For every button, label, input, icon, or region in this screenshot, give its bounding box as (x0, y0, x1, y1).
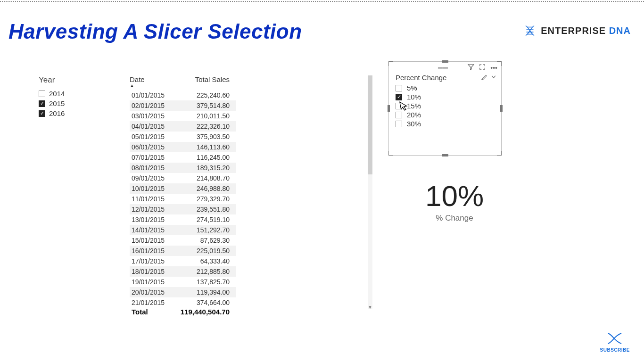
cell-sales: 64,333.40 (177, 257, 233, 265)
sales-table: Date ▲ Total Sales 01/01/2015225,240.600… (130, 75, 236, 317)
col-header-sales[interactable]: Total Sales (177, 75, 233, 83)
checkbox-icon[interactable]: ✓ (396, 94, 402, 100)
percent-change-card: 10% % Change (388, 179, 520, 223)
checkbox-icon[interactable]: ✓ (39, 110, 45, 117)
brand-text-2: DNA (609, 25, 631, 36)
total-value: 119,440,504.70 (177, 308, 233, 316)
more-options-icon[interactable]: ••• (490, 64, 497, 72)
cell-date: 12/01/2015 (132, 206, 177, 213)
cell-sales: 87,629.30 (177, 237, 233, 244)
percent-option[interactable]: ✓10% (396, 92, 495, 101)
table-row[interactable]: 11/01/2015279,329.70 (130, 194, 236, 204)
table-row[interactable]: 04/01/2015222,326.10 (130, 121, 236, 132)
cell-sales: 137,825.70 (177, 278, 233, 286)
subscribe-label: SUBSCRIBE (600, 347, 630, 353)
cell-sales: 189,315.20 (177, 164, 233, 172)
table-row[interactable]: 06/01/2015146,113.60 (130, 142, 236, 152)
checkbox-icon[interactable] (39, 90, 45, 97)
year-option[interactable]: 2014 (39, 89, 105, 99)
cell-date: 01/01/2015 (132, 91, 177, 99)
resize-handle-tl[interactable] (388, 61, 393, 66)
table-row[interactable]: 17/01/201564,333.40 (130, 256, 236, 266)
percent-option[interactable]: 30% (396, 119, 495, 128)
pc-slicer-title: Percent Change (396, 74, 446, 82)
cell-sales: 151,292.70 (177, 226, 233, 234)
cell-sales: 146,113.60 (177, 143, 233, 151)
cell-sales: 116,245.00 (177, 154, 233, 161)
clear-selection-icon[interactable] (481, 74, 487, 82)
percent-option[interactable]: 15% (396, 101, 495, 110)
drag-handle-icon[interactable]: ══ (393, 64, 448, 72)
focus-mode-icon[interactable] (479, 64, 486, 72)
table-row[interactable]: 21/01/2015374,664.00 (130, 297, 236, 306)
cell-date: 16/01/2015 (132, 247, 177, 255)
cell-sales: 119,394.00 (177, 288, 233, 296)
resize-handle-br[interactable] (497, 151, 502, 156)
cell-date: 14/01/2015 (132, 226, 177, 234)
dotted-divider (0, 1, 644, 2)
checkbox-icon[interactable] (396, 103, 402, 109)
sort-asc-icon: ▲ (130, 83, 134, 88)
resize-handle-tr[interactable] (497, 61, 502, 66)
year-option[interactable]: ✓2015 (39, 99, 105, 108)
table-row[interactable]: 20/01/2015119,394.00 (130, 287, 236, 297)
cell-date: 10/01/2015 (132, 185, 177, 192)
table-row[interactable]: 14/01/2015151,292.70 (130, 225, 236, 235)
table-row[interactable]: 12/01/2015239,551.80 (130, 204, 236, 214)
visual-toolbar: ══ ••• (389, 62, 501, 73)
table-row[interactable]: 01/01/2015225,240.60 (130, 90, 236, 100)
table-row[interactable]: 08/01/2015189,315.20 (130, 163, 236, 173)
cell-sales: 374,664.00 (177, 299, 233, 306)
table-row[interactable]: 05/01/2015375,903.50 (130, 132, 236, 142)
percent-label: 5% (407, 84, 417, 92)
year-option[interactable]: ✓2016 (39, 108, 105, 118)
table-row[interactable]: 07/01/2015116,245.00 (130, 152, 236, 163)
brand-text-1: ENTERPRISE (541, 25, 606, 36)
dna-icon (523, 24, 537, 38)
table-row[interactable]: 03/01/2015210,011.50 (130, 111, 236, 121)
table-row[interactable]: 02/01/2015379,514.80 (130, 100, 236, 111)
table-row[interactable]: 15/01/201587,629.30 (130, 235, 236, 246)
card-value: 10% (388, 179, 520, 213)
dna-icon (605, 331, 624, 346)
percent-option[interactable]: 5% (396, 83, 495, 92)
resize-handle-top[interactable] (442, 60, 448, 63)
resize-handle-bottom[interactable] (442, 154, 448, 156)
table-row[interactable]: 19/01/2015137,825.70 (130, 277, 236, 287)
cell-sales: 274,519.10 (177, 216, 233, 223)
table-scrollbar[interactable]: ▲ ▼ (368, 75, 372, 309)
table-body: 01/01/2015225,240.6002/01/2015379,514.80… (130, 90, 236, 306)
percent-label: 10% (407, 93, 421, 101)
table-row[interactable]: 09/01/2015214,808.70 (130, 173, 236, 183)
cell-date: 05/01/2015 (132, 133, 177, 140)
table-row[interactable]: 10/01/2015246,988.80 (130, 183, 236, 194)
resize-handle-right[interactable] (500, 105, 503, 112)
table-row[interactable]: 18/01/2015212,885.80 (130, 266, 236, 277)
checkbox-icon[interactable]: ✓ (39, 100, 45, 107)
checkbox-icon[interactable] (396, 112, 402, 118)
cell-date: 09/01/2015 (132, 174, 177, 182)
percent-change-slicer[interactable]: ══ ••• Percent Change 5%✓10%15%20%30% (388, 61, 502, 156)
subscribe-badge[interactable]: SUBSCRIBE (600, 331, 630, 353)
cell-date: 11/01/2015 (132, 195, 177, 203)
checkbox-icon[interactable] (396, 121, 402, 127)
col-header-date[interactable]: Date ▲ (130, 75, 177, 83)
table-row[interactable]: 16/01/2015225,019.50 (130, 246, 236, 256)
total-label: Total (132, 308, 177, 316)
cell-date: 03/01/2015 (132, 112, 177, 120)
cell-date: 13/01/2015 (132, 216, 177, 223)
year-label: 2014 (49, 90, 65, 98)
filter-icon[interactable] (468, 64, 474, 72)
checkbox-icon[interactable] (396, 85, 402, 91)
scroll-down-icon[interactable]: ▼ (368, 305, 372, 310)
scrollbar-thumb[interactable] (368, 75, 372, 174)
year-label: 2016 (49, 109, 65, 117)
resize-handle-left[interactable] (388, 105, 390, 112)
chevron-down-icon[interactable] (491, 74, 496, 82)
cell-sales: 279,329.70 (177, 195, 233, 203)
resize-handle-bl[interactable] (388, 151, 393, 156)
percent-label: 15% (407, 102, 421, 110)
cell-sales: 225,240.60 (177, 91, 233, 99)
table-row[interactable]: 13/01/2015274,519.10 (130, 214, 236, 225)
percent-option[interactable]: 20% (396, 110, 495, 119)
